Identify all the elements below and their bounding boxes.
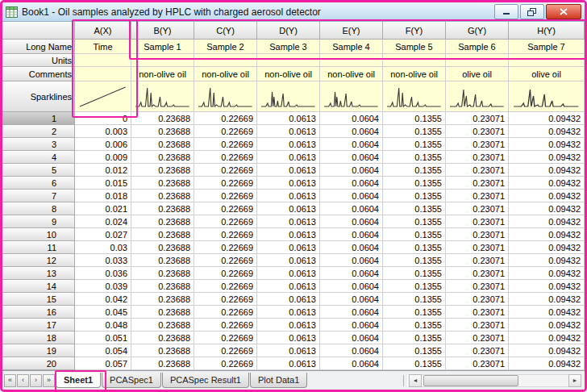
data-cell[interactable]: 0.057 xyxy=(75,357,131,370)
data-cell[interactable]: 0.015 xyxy=(75,177,131,190)
row-header[interactable]: 14 xyxy=(2,280,75,293)
data-cell[interactable]: 0.1355 xyxy=(383,215,446,228)
data-cell[interactable]: 0.09432 xyxy=(509,177,585,190)
data-cell[interactable]: 0.23688 xyxy=(131,164,194,177)
sparkline-cell[interactable] xyxy=(446,81,509,112)
data-cell[interactable]: 0.22669 xyxy=(194,280,257,293)
long-name-cell[interactable]: Sample 3 xyxy=(257,40,320,54)
data-cell[interactable]: 0.22669 xyxy=(194,344,257,357)
data-cell[interactable]: 0.23071 xyxy=(446,306,509,319)
row-header[interactable]: 10 xyxy=(2,228,75,241)
scroll-left-icon[interactable]: ◄ xyxy=(409,374,422,387)
data-cell[interactable]: 0.23071 xyxy=(446,319,509,332)
data-cell[interactable]: 0.0613 xyxy=(257,357,320,370)
data-cell[interactable]: 0.23071 xyxy=(446,177,509,190)
comments-cell[interactable]: non-olive oil xyxy=(131,67,194,81)
data-cell[interactable]: 0.045 xyxy=(75,306,131,319)
data-cell[interactable]: 0.09432 xyxy=(509,280,585,293)
data-cell[interactable]: 0.012 xyxy=(75,164,131,177)
long-name-cell[interactable]: Sample 5 xyxy=(383,40,446,54)
data-cell[interactable]: 0.23688 xyxy=(131,151,194,164)
data-cell[interactable]: 0.22669 xyxy=(194,190,257,202)
data-cell[interactable]: 0.23071 xyxy=(446,125,509,138)
units-cell[interactable] xyxy=(131,54,194,67)
long-name-cell[interactable]: Sample 1 xyxy=(131,40,194,54)
data-cell[interactable]: 0.024 xyxy=(75,215,131,228)
data-cell[interactable]: 0.0613 xyxy=(257,177,320,190)
data-cell[interactable]: 0.23071 xyxy=(446,138,509,151)
data-cell[interactable]: 0.22669 xyxy=(194,293,257,306)
sheet-nav-previous-icon[interactable]: ‹ xyxy=(17,374,29,387)
restore-button[interactable] xyxy=(520,4,544,19)
data-cell[interactable]: 0.09432 xyxy=(509,267,585,280)
data-cell[interactable]: 0.23071 xyxy=(446,112,509,125)
data-cell[interactable]: 0.23071 xyxy=(446,151,509,164)
sparkline-cell[interactable] xyxy=(320,81,383,112)
data-cell[interactable]: 0.1355 xyxy=(383,228,446,241)
comments-cell[interactable]: non-olive oil xyxy=(257,67,320,81)
data-cell[interactable]: 0.1355 xyxy=(383,319,446,332)
data-cell[interactable]: 0.0604 xyxy=(320,164,383,177)
data-cell[interactable]: 0.0604 xyxy=(320,190,383,202)
data-cell[interactable]: 0.22669 xyxy=(194,241,257,254)
data-cell[interactable]: 0.018 xyxy=(75,190,131,202)
data-cell[interactable]: 0.0604 xyxy=(320,241,383,254)
data-cell[interactable]: 0.1355 xyxy=(383,357,446,370)
sparkline-cell[interactable] xyxy=(75,81,131,112)
data-cell[interactable]: 0.0604 xyxy=(320,151,383,164)
data-cell[interactable]: 0.1355 xyxy=(383,138,446,151)
data-cell[interactable]: 0.09432 xyxy=(509,112,585,125)
data-cell[interactable]: 0.09432 xyxy=(509,228,585,241)
long-name-cell[interactable]: Sample 2 xyxy=(194,40,257,54)
data-cell[interactable]: 0.0613 xyxy=(257,215,320,228)
data-cell[interactable]: 0.006 xyxy=(75,138,131,151)
row-header[interactable]: 20 xyxy=(2,357,75,370)
data-cell[interactable]: 0.0613 xyxy=(257,254,320,267)
row-header[interactable]: 7 xyxy=(2,190,75,202)
data-cell[interactable]: 0.039 xyxy=(75,280,131,293)
row-header[interactable]: 8 xyxy=(2,202,75,215)
row-header[interactable]: 16 xyxy=(2,306,75,319)
comments-cell[interactable]: non-olive oil xyxy=(383,67,446,81)
sheet-tab-sheet1[interactable]: Sheet1 xyxy=(56,373,101,388)
data-cell[interactable]: 0.23071 xyxy=(446,215,509,228)
sheet-nav-first-icon[interactable]: « xyxy=(4,374,16,387)
data-cell[interactable]: 0.021 xyxy=(75,202,131,215)
data-cell[interactable]: 0.0613 xyxy=(257,125,320,138)
row-header[interactable]: 15 xyxy=(2,293,75,306)
sparkline-cell[interactable] xyxy=(383,81,446,112)
comments-cell[interactable]: olive oil xyxy=(446,67,509,81)
row-header[interactable]: 9 xyxy=(2,215,75,228)
data-cell[interactable]: 0.0604 xyxy=(320,112,383,125)
data-cell[interactable]: 0.09432 xyxy=(509,293,585,306)
data-cell[interactable]: 0.0604 xyxy=(320,177,383,190)
data-cell[interactable]: 0.1355 xyxy=(383,344,446,357)
data-cell[interactable]: 0.23071 xyxy=(446,190,509,202)
data-cell[interactable]: 0.23688 xyxy=(131,293,194,306)
column-header[interactable]: D(Y) xyxy=(257,22,320,40)
long-name-cell[interactable]: Sample 4 xyxy=(320,40,383,54)
data-cell[interactable]: 0.0613 xyxy=(257,164,320,177)
row-header[interactable]: 13 xyxy=(2,267,75,280)
comments-cell[interactable]: non-olive oil xyxy=(194,67,257,81)
data-cell[interactable]: 0.027 xyxy=(75,228,131,241)
data-cell[interactable]: 0.23071 xyxy=(446,202,509,215)
data-cell[interactable]: 0.09432 xyxy=(509,319,585,332)
minimize-button[interactable] xyxy=(494,4,518,19)
data-cell[interactable]: 0.1355 xyxy=(383,293,446,306)
data-cell[interactable]: 0.0613 xyxy=(257,319,320,332)
data-cell[interactable]: 0.23688 xyxy=(131,280,194,293)
row-header[interactable]: 6 xyxy=(2,177,75,190)
data-cell[interactable]: 0.23688 xyxy=(131,215,194,228)
data-cell[interactable]: 0.22669 xyxy=(194,306,257,319)
data-cell[interactable]: 0.0604 xyxy=(320,228,383,241)
data-cell[interactable]: 0.1355 xyxy=(383,254,446,267)
data-cell[interactable]: 0.1355 xyxy=(383,177,446,190)
units-cell[interactable] xyxy=(446,54,509,67)
data-cell[interactable]: 0.0604 xyxy=(320,344,383,357)
data-cell[interactable]: 0.09432 xyxy=(509,357,585,370)
row-header[interactable]: 12 xyxy=(2,254,75,267)
data-cell[interactable]: 0.1355 xyxy=(383,164,446,177)
data-cell[interactable]: 0.09432 xyxy=(509,241,585,254)
row-header[interactable]: 17 xyxy=(2,319,75,332)
